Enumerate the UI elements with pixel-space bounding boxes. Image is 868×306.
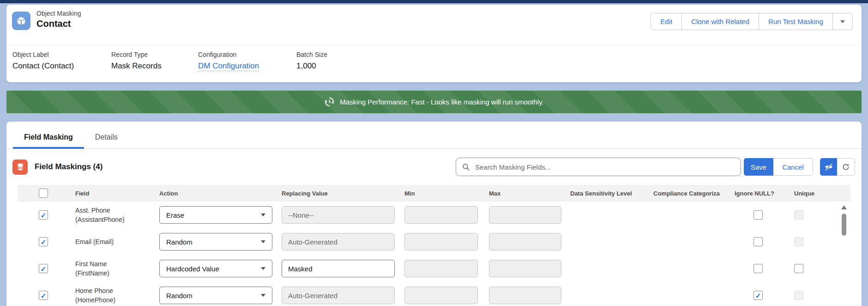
save-button[interactable]: Save [744, 158, 773, 176]
field-name: Email (Email) [75, 237, 159, 246]
column-header-field: Field [75, 190, 159, 197]
row-select-checkbox[interactable] [39, 237, 48, 246]
masking-performance-banner: Masking Performance: Fast - Looks like m… [6, 91, 862, 113]
chevron-down-icon [261, 294, 265, 297]
field-name: First Name (FirstName) [75, 259, 159, 278]
column-header-data-sensitivity-level: Data Sensitivity Level [570, 190, 653, 197]
table-row: First Name (FirstName) Hardcoded Value M… [18, 255, 850, 282]
run-test-masking-button[interactable]: Run Test Masking [759, 13, 832, 30]
ignore-null-checkbox[interactable] [753, 264, 763, 273]
refresh-icon [842, 163, 850, 171]
batch-size-label: Batch Size [296, 51, 327, 58]
search-box [456, 158, 741, 176]
database-icon [12, 159, 28, 175]
search-input[interactable] [474, 163, 735, 171]
cancel-button[interactable]: Cancel [773, 158, 813, 176]
column-header-ignore-null: Ignore NULL? [735, 190, 794, 197]
scrollbar-thumb[interactable] [842, 214, 846, 236]
table-body: Asst. Phone (AssistantPhone) Erase --Non… [18, 202, 850, 306]
row-select-checkbox[interactable] [39, 264, 48, 273]
replacing-value-input: Auto-Generated [282, 233, 395, 251]
ignore-null-checkbox[interactable] [753, 291, 763, 300]
row-select-checkbox[interactable] [39, 291, 48, 300]
refresh-button[interactable] [837, 158, 855, 176]
chevron-down-icon [261, 267, 265, 270]
object-masking-cube-icon [12, 12, 30, 30]
field-name: Asst. Phone (AssistantPhone) [75, 206, 159, 224]
clone-with-related-button[interactable]: Clone with Related [681, 13, 759, 30]
page-title: Contact [36, 18, 81, 29]
replacing-value-input: --None-- [282, 206, 395, 224]
tab-details[interactable]: Details [84, 122, 129, 149]
max-input [489, 233, 561, 251]
table-row: Email (Email) Random Auto-Generated [18, 228, 850, 255]
max-input [489, 260, 561, 277]
scrollbar-up-arrow-icon[interactable] [841, 205, 847, 209]
column-header-replacing-value: Replacing Value [282, 190, 404, 197]
top-navigation-strip [0, 0, 868, 3]
chevron-down-icon [261, 214, 265, 216]
unique-checkbox[interactable] [794, 264, 803, 273]
unique-checkbox [794, 210, 803, 220]
action-dropdown[interactable]: Random [159, 287, 272, 304]
column-header-action: Action [159, 190, 282, 197]
column-header-unique: Unique [794, 190, 850, 197]
action-dropdown[interactable]: Hardcoded Value [159, 260, 272, 277]
edit-button[interactable]: Edit [651, 13, 681, 30]
min-input [404, 287, 478, 304]
min-input [404, 233, 478, 251]
action-dropdown[interactable]: Random [159, 233, 272, 251]
select-all-checkbox[interactable] [39, 189, 48, 198]
unique-checkbox [794, 237, 803, 246]
tab-field-masking[interactable]: Field Masking [13, 122, 84, 149]
record-entity-label: Object Masking [36, 10, 81, 17]
field-masking-card: Field Masking Details Field Maskings (4)… [6, 122, 862, 306]
ignore-null-checkbox[interactable] [753, 237, 763, 246]
replacing-value-input[interactable]: Masked [282, 260, 395, 277]
record-header-card: Object Masking Contact Edit Clone with R… [6, 5, 862, 82]
object-label-value: Contact (Contact) [12, 61, 111, 71]
sync-clock-icon [324, 97, 335, 107]
eye-off-icon [824, 162, 833, 171]
table-header-row: Field Action Replacing Value Min Max Dat… [18, 185, 850, 202]
record-action-group: Edit Clone with Related Run Test Masking [651, 13, 853, 30]
column-header-max: Max [489, 190, 570, 197]
unique-checkbox [794, 291, 803, 300]
section-title: Field Maskings (4) [35, 162, 102, 171]
chevron-down-icon [840, 20, 845, 23]
banner-message: Masking Performance: Fast - Looks like m… [340, 98, 544, 106]
hide-columns-toggle-button[interactable] [820, 158, 837, 176]
column-header-min: Min [404, 190, 489, 197]
table-row: Home Phone (HomePhone) Random Auto-Gener… [18, 282, 850, 306]
max-input [489, 206, 561, 224]
record-type-value: Mask Records [111, 61, 198, 71]
record-type-label: Record Type [111, 51, 198, 58]
table-row: Asst. Phone (AssistantPhone) Erase --Non… [18, 202, 850, 228]
max-input [489, 287, 561, 304]
configuration-label: Configuration [198, 51, 296, 58]
min-input [404, 260, 478, 277]
action-dropdown[interactable]: Erase [159, 206, 272, 224]
field-name: Home Phone (HomePhone) [75, 286, 159, 305]
batch-size-value: 1,000 [296, 61, 327, 71]
object-label-label: Object Label [12, 51, 111, 58]
vertical-scrollbar[interactable] [841, 203, 847, 306]
min-input [404, 206, 478, 224]
search-icon [462, 163, 470, 171]
field-masking-table: Field Action Replacing Value Min Max Dat… [18, 185, 850, 306]
column-header-compliance-categorization: Compliance Categoriza [653, 190, 735, 197]
configuration-link[interactable]: DM Configuration [198, 61, 259, 71]
chevron-down-icon [261, 240, 265, 243]
ignore-null-checkbox[interactable] [753, 210, 763, 220]
more-actions-button[interactable] [832, 13, 852, 30]
tab-bar: Field Masking Details [6, 122, 862, 149]
replacing-value-input: Auto-Generated [282, 287, 395, 304]
row-select-checkbox[interactable] [39, 210, 48, 220]
